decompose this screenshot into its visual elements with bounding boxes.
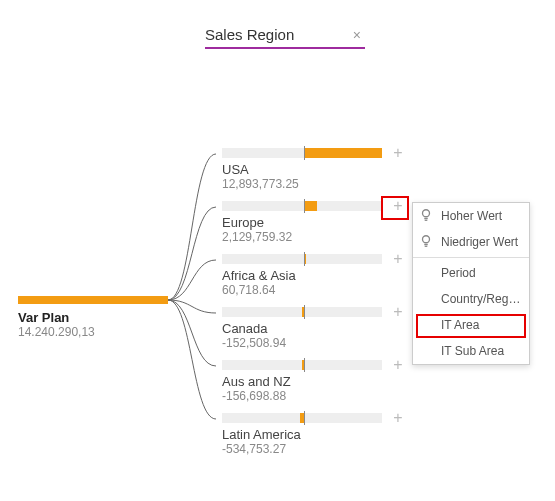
breadcrumb-title: Sales Region <box>205 26 294 43</box>
menu-item-label: Niedriger Wert <box>441 235 518 249</box>
expand-icon[interactable]: + <box>390 197 406 215</box>
child-bar <box>222 201 382 211</box>
menu-item-label: Hoher Wert <box>441 209 502 223</box>
menu-item-high-value[interactable]: Hoher Wert <box>413 203 529 229</box>
expand-icon[interactable]: + <box>390 409 406 427</box>
child-node-aus-nz[interactable]: + Aus and NZ -156,698.88 <box>222 360 422 413</box>
expand-icon[interactable]: + <box>390 303 406 321</box>
lightbulb-icon <box>419 208 433 222</box>
menu-item-label: Period <box>441 266 476 280</box>
child-value: -152,508.94 <box>222 336 422 350</box>
menu-separator <box>413 257 529 258</box>
child-label: USA <box>222 162 422 177</box>
root-bar <box>18 296 168 304</box>
root-label: Var Plan <box>18 310 168 325</box>
child-value: -534,753.27 <box>222 442 422 456</box>
menu-item-label: IT Area <box>441 318 479 332</box>
menu-item-label: Country/Region <box>441 292 524 306</box>
child-bar <box>222 307 382 317</box>
menu-item-low-value[interactable]: Niedriger Wert <box>413 229 529 255</box>
svg-point-0 <box>423 210 430 217</box>
context-menu: Hoher Wert Niedriger Wert Period Country… <box>412 202 530 365</box>
children-column: + USA 12,893,773.25 + Europe 2,129,759.3… <box>222 148 422 466</box>
child-bar <box>222 360 382 370</box>
expand-icon[interactable]: + <box>390 356 406 374</box>
menu-item-it-area[interactable]: IT Area <box>413 312 529 338</box>
child-bar <box>222 148 382 158</box>
menu-item-country-region[interactable]: Country/Region <box>413 286 529 312</box>
child-node-africa-asia[interactable]: + Africa & Asia 60,718.64 <box>222 254 422 307</box>
root-value: 14.240.290,13 <box>18 325 168 339</box>
expand-icon[interactable]: + <box>390 144 406 162</box>
svg-point-3 <box>423 236 430 243</box>
child-label: Aus and NZ <box>222 374 422 389</box>
tree-connectors <box>168 140 222 480</box>
child-label: Latin America <box>222 427 422 442</box>
child-node-europe[interactable]: + Europe 2,129,759.32 <box>222 201 422 254</box>
child-bar <box>222 413 382 423</box>
child-node-usa[interactable]: + USA 12,893,773.25 <box>222 148 422 201</box>
breadcrumb: Sales Region × <box>205 26 365 49</box>
lightbulb-icon <box>419 234 433 248</box>
child-label: Europe <box>222 215 422 230</box>
root-node[interactable]: Var Plan 14.240.290,13 <box>18 296 168 339</box>
child-label: Canada <box>222 321 422 336</box>
child-label: Africa & Asia <box>222 268 422 283</box>
expand-icon[interactable]: + <box>390 250 406 268</box>
child-bar <box>222 254 382 264</box>
child-node-latin-america[interactable]: + Latin America -534,753.27 <box>222 413 422 466</box>
menu-item-period[interactable]: Period <box>413 260 529 286</box>
child-value: -156,698.88 <box>222 389 422 403</box>
close-icon[interactable]: × <box>349 27 365 43</box>
menu-item-it-sub-area[interactable]: IT Sub Area <box>413 338 529 364</box>
child-value: 2,129,759.32 <box>222 230 422 244</box>
child-value: 60,718.64 <box>222 283 422 297</box>
menu-item-label: IT Sub Area <box>441 344 504 358</box>
child-node-canada[interactable]: + Canada -152,508.94 <box>222 307 422 360</box>
child-value: 12,893,773.25 <box>222 177 422 191</box>
